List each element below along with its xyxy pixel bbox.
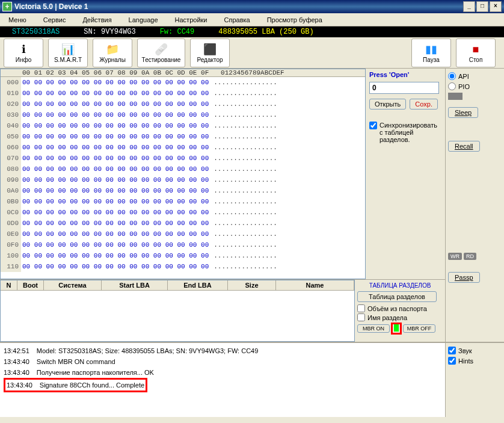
smart-icon: 📊 [61,42,75,57]
status-box [448,93,463,100]
open-button[interactable]: Открыть [369,99,406,110]
menu-item[interactable]: Действия [74,14,120,25]
close-button[interactable]: × [490,1,502,12]
sleep-button[interactable]: Sleep [448,107,478,118]
device-fw: Fw: CC49 [148,28,207,36]
hex-line: 0D000 00 00 00 00 00 00 00 00 00 00 00 0… [1,218,365,229]
mbr-led-icon [394,324,399,332]
hints-checkbox[interactable] [448,357,456,365]
hex-line: 03000 00 00 00 00 00 00 00 00 00 00 00 0… [1,110,365,120]
hex-line: 0B000 00 00 00 00 00 00 00 00 00 00 00 0… [1,196,365,207]
open-panel: Press 'Open' Открыть Coxp. Синхронизиров… [366,69,445,279]
api-radio[interactable] [448,72,456,80]
menu-item[interactable]: Language [120,14,167,25]
hex-line: 01000 00 00 00 00 00 00 00 00 00 00 00 0… [1,88,365,99]
mbr-led-highlight [391,323,402,335]
hex-line: 10000 00 00 00 00 00 00 00 00 00 00 00 0… [1,250,365,261]
hex-line: 0E000 00 00 00 00 00 00 00 00 00 00 00 0… [1,229,365,239]
hex-line: 09000 00 00 00 00 00 00 00 00 00 00 00 0… [1,174,365,185]
passp-button[interactable]: Passp [448,272,480,283]
sync-checkbox[interactable] [369,122,377,129]
menu-item[interactable]: Справка [216,14,259,25]
log-line: 13:43:40Switch MBR ON command [4,356,441,367]
save-button[interactable]: Coxp. [410,99,438,110]
minimize-button[interactable]: _ [463,1,475,12]
maximize-button[interactable]: □ [476,1,488,12]
pause-button[interactable]: ▮▮Пауза [411,39,451,67]
editor-icon: ⬛ [203,42,217,57]
journals-button[interactable]: 📁Журналы [93,39,132,67]
log-area: 13:42:51Model: ST3250318AS; Size: 488395… [0,342,504,417]
journals-icon: 📁 [105,42,120,57]
hex-line: 08000 00 00 00 00 00 00 00 00 00 00 00 0… [1,164,365,174]
device-sn: SN: 9VY94WG3 [72,28,147,36]
stop-icon: ■ [469,42,483,57]
info-button[interactable]: ℹИнфо [4,39,43,67]
lba-input[interactable] [369,82,439,94]
menu-item[interactable]: Сервис [35,14,75,25]
log-line: 13:43:40Получение паспорта накопителя...… [4,367,441,378]
hex-line: 05000 00 00 00 00 00 00 00 00 00 00 00 0… [1,131,365,142]
wr-rd-indicator: WR RD [448,253,502,260]
rd-chip: RD [464,253,476,260]
device-lba: 488395055 LBA (250 GB) [206,28,325,36]
menu-item[interactable]: Просмотр буфера [259,14,331,25]
hex-viewer: 00 01 02 03 04 05 06 07 08 09 0A 0B 0C 0… [0,69,366,279]
hex-line: 0C000 00 00 00 00 00 00 00 00 00 00 00 0… [1,207,365,218]
partition-title: ТАБЛИЦА РАЗДЕЛОВ [357,282,443,289]
sound-checkbox[interactable] [448,347,456,354]
partition-controls: ТАБЛИЦА РАЗДЕЛОВ Таблица разделов Объём … [355,280,445,342]
log-line: 13:42:51Model: ST3250318AS; Size: 488395… [4,345,441,356]
smart-button[interactable]: 📊S.M.A.R.T [48,39,88,67]
hex-line: 02000 00 00 00 00 00 00 00 00 00 00 00 0… [1,99,365,110]
app-icon: + [2,2,12,11]
mbr-on-button[interactable]: MBR ON [357,324,390,333]
open-prompt: Press 'Open' [369,71,441,78]
hex-line: 00000 00 00 00 00 00 00 00 00 00 00 00 0… [1,77,365,88]
editor-button[interactable]: ⬛Редактор [190,39,230,67]
device-info-bar: ST3250318AS SN: 9VY94WG3 Fw: CC49 488395… [0,26,504,37]
partition-table: N Boot Система Start LBA End LBA Size Na… [0,280,355,342]
menu-item[interactable]: Настройки [167,14,216,25]
hex-line: 06000 00 00 00 00 00 00 00 00 00 00 00 0… [1,142,365,153]
hex-line: 11000 00 00 00 00 00 00 00 00 00 00 00 0… [1,261,365,272]
hex-line: 07000 00 00 00 00 00 00 00 00 00 00 00 0… [1,153,365,164]
menu-item[interactable]: Меню [0,14,35,25]
log-highlight: 13:43:40Signature 88CCh found... Complet… [4,378,147,392]
mbr-off-button[interactable]: MBR OFF [403,324,435,333]
partition-table-button[interactable]: Таблица разделов [357,291,437,302]
sync-label: Синхронизировать с таблицей разделов. [380,122,441,143]
hex-line: 04000 00 00 00 00 00 00 00 00 00 00 00 0… [1,120,365,131]
pause-icon: ▮▮ [424,42,438,57]
hex-line: 0F000 00 00 00 00 00 00 00 00 00 00 00 0… [1,239,365,250]
hex-line: 0A000 00 00 00 00 00 00 00 00 00 00 00 0… [1,185,365,196]
menubar: Меню Сервис Действия Language Настройки … [0,13,504,26]
right-sidebar: API PIO Sleep Recall WR RD Passp [445,69,504,342]
stop-button[interactable]: ■Стоп [456,39,496,67]
info-icon: ℹ [16,42,31,57]
pio-radio[interactable] [448,82,456,90]
wr-chip: WR [448,253,462,260]
partname-checkbox[interactable] [357,313,365,321]
toolbar: ℹИнфо 📊S.M.A.R.T 📁Журналы 🩹Тестирование … [0,37,504,69]
device-model: ST3250318AS [0,28,72,36]
test-icon: 🩹 [154,42,168,57]
titlebar: + Victoria 5.0 | Device 1 _ □ × [0,0,504,13]
volume-checkbox[interactable] [357,304,365,312]
recall-button[interactable]: Recall [448,141,480,152]
test-button[interactable]: 🩹Тестирование [137,39,185,67]
window-title: Victoria 5.0 | Device 1 [14,2,463,11]
